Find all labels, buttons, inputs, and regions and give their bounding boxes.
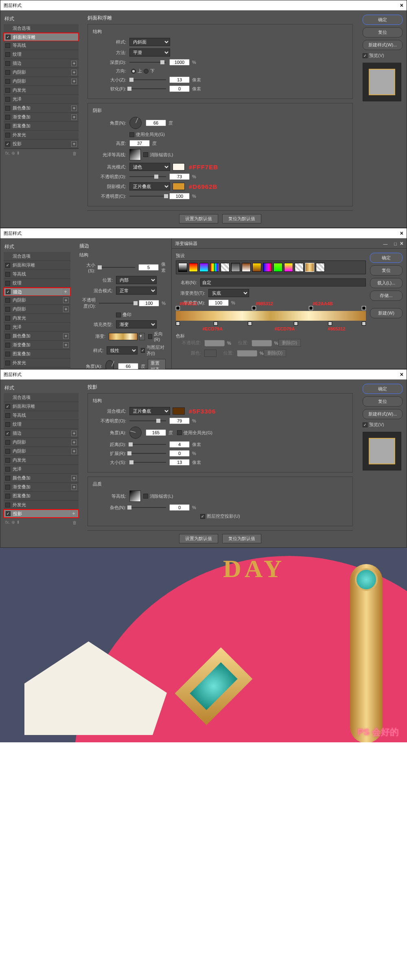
style-row[interactable]: 图案叠加 <box>4 492 79 501</box>
style-row[interactable]: 光泽 <box>4 323 70 332</box>
ds-op-input[interactable] <box>169 418 190 424</box>
depth-slider[interactable] <box>129 62 166 63</box>
sh-op-slider[interactable] <box>129 196 166 197</box>
add-effect-icon[interactable]: + <box>71 70 77 75</box>
style-checkbox[interactable] <box>5 449 10 454</box>
ds-contour[interactable] <box>129 490 141 502</box>
reset-default-button[interactable]: 复位为默认值 <box>222 534 261 543</box>
ge-type-select[interactable]: 实底 <box>208 289 249 297</box>
style-row[interactable]: 内发光 <box>4 86 79 95</box>
style-row[interactable]: 描边+ <box>3 287 71 296</box>
style-row[interactable]: 内阴影+ <box>4 296 70 305</box>
style-checkbox[interactable] <box>6 289 11 294</box>
close-icon[interactable]: × <box>400 2 403 9</box>
fill-type-select[interactable]: 渐变 <box>116 320 157 328</box>
close-icon[interactable]: × <box>400 230 403 236</box>
style-row[interactable]: 斜面和浮雕 <box>4 402 79 411</box>
add-effect-icon[interactable]: + <box>71 79 77 84</box>
add-effect-icon[interactable]: + <box>63 333 69 339</box>
add-effect-icon[interactable]: + <box>71 114 77 120</box>
style-row[interactable]: 等高线 <box>4 411 79 420</box>
bevel-style-select[interactable]: 内斜面 <box>129 38 170 46</box>
style-checkbox[interactable] <box>5 61 10 66</box>
style-row[interactable]: 内阴影+ <box>4 68 79 77</box>
style-row[interactable]: 图案叠加 <box>4 122 79 131</box>
style-row[interactable]: 颜色叠加+ <box>4 332 70 341</box>
style-row[interactable]: 颜色叠加+ <box>4 104 79 113</box>
style-checkbox[interactable] <box>5 361 10 365</box>
stroke-size-input[interactable] <box>138 264 159 271</box>
style-row[interactable]: 颜色叠加+ <box>4 474 79 483</box>
style-checkbox[interactable] <box>5 142 10 147</box>
depth-input[interactable] <box>169 59 190 66</box>
style-checkbox[interactable] <box>5 458 10 463</box>
add-effect-icon[interactable]: + <box>71 484 77 490</box>
style-row[interactable]: 斜面和浮雕 <box>4 261 70 270</box>
style-checkbox[interactable] <box>5 70 10 75</box>
bevel-method-select[interactable]: 平滑 <box>129 48 170 57</box>
preview-check[interactable] <box>363 422 368 427</box>
style-row[interactable]: 纹理 <box>4 50 79 59</box>
soften-input[interactable] <box>169 85 190 92</box>
style-checkbox[interactable] <box>5 431 10 436</box>
hi-op-slider[interactable] <box>129 176 166 177</box>
add-effect-icon[interactable]: + <box>71 61 77 66</box>
preset-swatches[interactable] <box>176 260 366 274</box>
overprint-check[interactable] <box>116 313 121 317</box>
new-style-button[interactable]: 新建样式(W)... <box>363 409 403 419</box>
add-effect-icon[interactable]: + <box>71 431 77 436</box>
add-effect-icon[interactable]: + <box>71 448 77 454</box>
ge-cancel-button[interactable]: 复位 <box>370 265 403 276</box>
style-checkbox[interactable] <box>5 467 10 472</box>
ds-angle-dial[interactable] <box>129 427 142 439</box>
dir-down-radio[interactable] <box>144 69 149 74</box>
style-checkbox[interactable] <box>5 272 10 277</box>
style-row[interactable]: 渐变叠加+ <box>4 113 79 122</box>
ds-global-check[interactable] <box>177 430 182 435</box>
reverse-check[interactable] <box>148 334 152 339</box>
trash-icon[interactable]: 🗑 <box>72 520 77 525</box>
ds-spread-slider[interactable] <box>129 453 166 454</box>
ge-ok-button[interactable]: 确定 <box>370 253 403 263</box>
style-checkbox[interactable] <box>5 97 10 102</box>
gloss-contour[interactable] <box>129 149 141 160</box>
style-row[interactable]: 投影+ <box>4 140 79 149</box>
global-light-check[interactable] <box>129 132 134 137</box>
ds-size-input[interactable] <box>169 459 190 466</box>
cancel-button[interactable]: 复位 <box>363 396 403 407</box>
sh-op-input[interactable] <box>169 193 190 199</box>
ds-dist-slider[interactable] <box>129 444 166 445</box>
style-row[interactable]: 内阴影+ <box>4 447 79 456</box>
style-row[interactable]: 内阴影+ <box>4 77 79 86</box>
style-checkbox[interactable] <box>5 440 10 445</box>
style-checkbox[interactable] <box>5 476 10 481</box>
style-checkbox[interactable] <box>5 43 10 48</box>
style-row[interactable]: 描边+ <box>4 59 79 68</box>
ds-color-swatch[interactable] <box>173 407 185 415</box>
sh-color-swatch[interactable] <box>173 183 185 190</box>
style-row[interactable]: 光泽 <box>4 465 79 474</box>
close-icon[interactable]: × <box>400 371 403 378</box>
style-checkbox[interactable] <box>5 503 10 508</box>
grad-style-select[interactable]: 线性 <box>107 346 137 354</box>
add-effect-icon[interactable]: + <box>63 342 69 348</box>
stroke-pos-select[interactable]: 内部 <box>116 276 157 284</box>
ds-aa-check[interactable] <box>143 494 148 499</box>
add-effect-icon[interactable]: + <box>71 440 77 445</box>
style-row[interactable]: 内发光 <box>4 314 70 323</box>
ds-noise-slider[interactable] <box>129 507 166 508</box>
dir-up-radio[interactable] <box>131 69 136 74</box>
antialias-check[interactable] <box>143 152 148 157</box>
make-default-button[interactable]: 设置为默认值 <box>179 214 218 223</box>
sh-mode-select[interactable]: 正片叠底 <box>129 182 170 190</box>
reset-default-button[interactable]: 复位为默认值 <box>222 214 261 223</box>
stroke-blend-select[interactable]: 正常 <box>116 287 157 295</box>
style-row[interactable]: 等高线 <box>4 270 70 279</box>
style-row[interactable]: 纹理 <box>4 279 70 288</box>
ds-size-slider[interactable] <box>129 462 166 463</box>
gradient-bar[interactable]: #865312 #985312 #E2AA4B #ECD79A #ECD79A … <box>176 311 366 321</box>
style-row[interactable]: 纹理 <box>4 420 79 429</box>
blend-options[interactable]: 混合选项 <box>4 252 70 261</box>
trash-icon[interactable]: 🗑 <box>72 151 77 156</box>
hi-mode-select[interactable]: 滤色 <box>129 163 170 171</box>
